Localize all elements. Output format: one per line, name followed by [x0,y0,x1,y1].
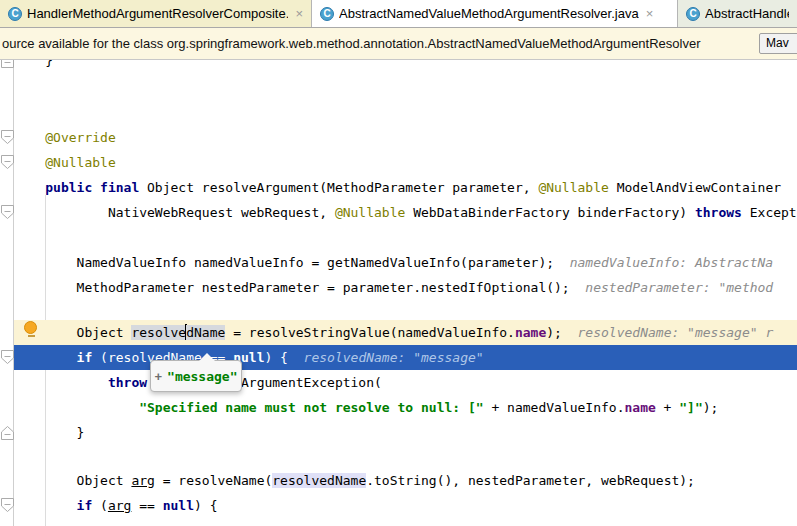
tab-abstract-handle[interactable]: C AbstractHandle [678,0,797,27]
code-line: if (arg == null) { [14,493,797,518]
code-line: Object resolvedName = resolveStringValue… [14,320,797,345]
tab-label: AbstractNamedValueMethodArgumentResolver… [339,6,639,21]
code-line: NamedValueInfo namedValueInfo = getNamed… [14,250,797,275]
fold-marker-down-icon[interactable] [1,205,14,219]
code-line: @Nullable [14,150,797,175]
debugger-inline-hint: nestedParameter: "method [585,280,773,295]
fold-marker-down-icon[interactable] [1,350,14,364]
tab-label: HandlerMethodArgumentResolverComposite.j… [27,6,288,21]
tab-label: AbstractHandle [705,6,789,21]
fold-marker-up-icon[interactable] [1,426,14,440]
code-line: if (resolvedName == null) {resolvedName:… [14,345,797,370]
editor-tab-bar: C HandlerMethodArgumentResolverComposite… [0,0,797,28]
editor-gutter [0,60,14,526]
fold-marker-down-icon[interactable] [1,155,14,169]
code-lines: }@Override@Nullablepublic final Object r… [14,60,797,526]
tab-abstract-named-value-method-argument-resolver[interactable]: C AbstractNamedValueMethodArgumentResolv… [312,0,678,27]
fold-marker-down-icon[interactable] [1,498,14,512]
code-line: throw new IllegalArgumentException( [14,370,797,395]
close-icon[interactable]: × [646,6,654,21]
class-icon: C [8,7,22,21]
tooltip-value: "message" [167,369,237,384]
code-line: NativeWebRequest webRequest, @Nullable W… [14,200,797,225]
add-to-watches-icon[interactable]: + [154,369,162,384]
debugger-inline-hint: namedValueInfo: AbstractNa [570,255,774,270]
close-icon[interactable]: × [295,6,303,21]
code-line: public final Object resolveArgument(Meth… [14,175,797,200]
code-line: "Specified name must not resolve to null… [14,395,797,420]
class-icon: C [686,7,700,21]
code-editor[interactable]: }@Override@Nullablepublic final Object r… [0,60,797,526]
editor-notification-banner: ource available for the class org.spring… [0,28,797,60]
debugger-inline-hint: resolvedName: "message" r [578,325,774,340]
debugger-value-tooltip[interactable]: + "message" [150,360,242,392]
maven-button[interactable]: Mav [759,33,797,54]
banner-message: ource available for the class org.spring… [0,36,701,51]
class-icon: C [320,7,334,21]
code-line: @Override [14,125,797,150]
fold-marker-down-icon[interactable] [1,130,14,144]
tab-handler-method-argument-resolver-composite[interactable]: C HandlerMethodArgumentResolverComposite… [0,0,312,27]
debugger-inline-hint: resolvedName: "message" [304,350,484,365]
code-line: Object arg = resolveName(resolvedName.to… [14,468,797,493]
code-line: } [14,420,797,445]
intention-bulb-icon[interactable] [24,321,38,337]
code-line: MethodParameter nestedParameter = parame… [14,275,797,300]
code-line: } [14,60,797,73]
fold-marker-up-icon[interactable] [1,60,14,68]
